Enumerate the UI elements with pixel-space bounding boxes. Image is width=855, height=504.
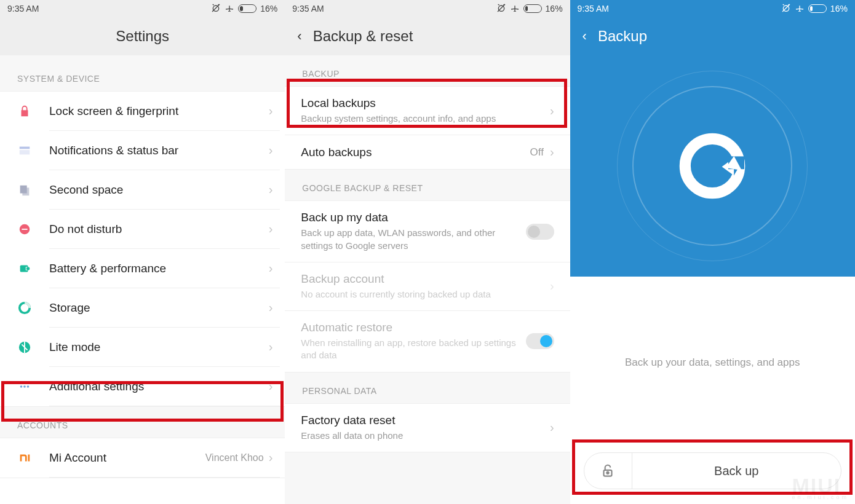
screen-backup-reset: 9:35 AM 16% ‹ Backup & reset BACKUP Loca… — [285, 0, 570, 504]
dnd-icon — [0, 222, 49, 236]
row-label: Lite mode — [49, 341, 269, 354]
second-space-icon — [0, 183, 49, 197]
screen-backup: 9:35 AM 16% ‹ Backup — [570, 0, 855, 504]
row-label: Battery & performance — [49, 262, 269, 275]
back-button[interactable]: ‹ — [583, 28, 587, 44]
alarm-off-icon — [211, 3, 221, 15]
notifications-icon — [0, 144, 49, 157]
row-subtitle: When reinstalling an app, restore backed… — [301, 337, 525, 362]
row-label: Notifications & status bar — [49, 144, 269, 157]
row-title: Auto backups — [301, 146, 530, 159]
settings-row-battery[interactable]: Battery & performance › — [0, 249, 285, 288]
chevron-right-icon: › — [269, 301, 273, 315]
empty-area — [285, 452, 570, 504]
chevron-right-icon: › — [269, 143, 273, 157]
settings-row-additional[interactable]: Additional settings › — [0, 367, 285, 407]
svg-rect-1 — [20, 147, 30, 149]
status-bar: 9:35 AM 16% — [570, 0, 855, 17]
page-title: Backup & reset — [313, 28, 413, 45]
status-time: 9:35 AM — [7, 4, 39, 14]
section-backup-header: BACKUP — [285, 55, 570, 87]
battery-pct: 16% — [830, 4, 848, 14]
battery-perf-icon — [0, 262, 49, 275]
settings-row-storage[interactable]: Storage › — [0, 288, 285, 328]
status-time: 9:35 AM — [292, 4, 324, 14]
battery-pct: 16% — [546, 4, 563, 14]
chevron-right-icon: › — [269, 379, 273, 393]
backup-hero — [570, 55, 855, 277]
airplane-icon — [795, 3, 805, 15]
toggle-automatic-restore[interactable] — [526, 333, 554, 349]
row-subtitle: Back up app data, WLAN passwords, and ot… — [301, 227, 525, 252]
title-bar: ‹ Backup & reset — [285, 17, 570, 55]
page-title: Settings — [116, 28, 169, 45]
chevron-right-icon: › — [269, 340, 273, 354]
lock-button[interactable] — [584, 453, 632, 489]
section-system-device: SYSTEM & DEVICE — [0, 60, 285, 92]
screen-settings: 9:35 AM 16% Settings SYSTEM & DEVICE — [0, 0, 285, 504]
row-title: Backup account — [301, 272, 550, 286]
settings-row-mi-account[interactable]: Mi Account Vincent Khoo › — [0, 438, 285, 478]
storage-icon — [0, 301, 49, 315]
battery-pct: 16% — [260, 4, 277, 14]
alarm-off-icon — [496, 3, 506, 15]
svg-point-12 — [20, 385, 23, 388]
section-google-header: GOOGLE BACKUP & RESET — [285, 170, 570, 201]
svg-point-13 — [23, 385, 26, 388]
svg-rect-6 — [22, 229, 27, 230]
chevron-right-icon: › — [269, 183, 273, 197]
row-label: Additional settings — [49, 380, 269, 393]
chevron-right-icon: › — [550, 145, 554, 159]
row-backup-account: Backup account No account is currently s… — [285, 262, 570, 311]
chevron-right-icon: › — [550, 104, 554, 118]
svg-point-9 — [26, 267, 30, 270]
status-bar: 9:35 AM 16% — [0, 0, 285, 17]
airplane-icon — [225, 3, 234, 15]
backup-circle-icon — [672, 126, 752, 206]
settings-row-do-not-disturb[interactable]: Do not disturb › — [0, 210, 285, 249]
row-factory-data-reset[interactable]: Factory data reset Erases all data on ph… — [285, 404, 570, 452]
row-subtitle: Erases all data on phone — [301, 430, 550, 442]
svg-point-20 — [606, 472, 608, 474]
watermark: MIUI en.miui.com — [792, 474, 849, 500]
row-automatic-restore: Automatic restore When reinstalling an a… — [285, 311, 570, 372]
row-title: Automatic restore — [301, 321, 525, 334]
row-title: Local backups — [301, 96, 550, 110]
backup-description: Back up your data, settings, and apps — [570, 277, 855, 369]
spacer — [0, 55, 285, 60]
status-bar: 9:35 AM 16% — [285, 0, 570, 17]
chevron-right-icon: › — [550, 420, 554, 435]
section-accounts: ACCOUNTS — [0, 407, 285, 438]
battery-icon — [238, 4, 256, 13]
lock-icon — [0, 104, 49, 118]
row-local-backups[interactable]: Local backups Backup system settings, ac… — [285, 87, 570, 135]
title-bar: Settings — [0, 17, 285, 55]
row-label: Lock screen & fingerprint — [49, 104, 269, 118]
airplane-icon — [510, 3, 520, 15]
settings-row-lock-screen[interactable]: Lock screen & fingerprint › — [0, 92, 285, 131]
alarm-off-icon — [781, 3, 791, 15]
settings-row-notifications[interactable]: Notifications & status bar › — [0, 131, 285, 170]
row-label: Do not disturb — [49, 222, 269, 236]
row-title: Back up my data — [301, 211, 525, 224]
battery-icon — [523, 4, 542, 13]
unlock-icon — [600, 463, 616, 479]
svg-rect-2 — [20, 150, 30, 154]
chevron-right-icon: › — [269, 104, 273, 118]
row-auto-backups[interactable]: Auto backups Off › — [285, 135, 570, 170]
title-bar: ‹ Backup — [570, 17, 855, 55]
row-label: Mi Account — [49, 451, 205, 465]
chevron-right-icon: › — [269, 222, 273, 236]
backup-button-label: Back up — [714, 464, 758, 478]
chevron-right-icon: › — [269, 451, 273, 465]
status-time: 9:35 AM — [578, 4, 609, 14]
settings-row-second-space[interactable]: Second space › — [0, 170, 285, 210]
settings-row-lite-mode[interactable]: Lite mode › — [0, 328, 285, 367]
more-icon — [0, 380, 49, 393]
row-label: Storage — [49, 301, 269, 315]
row-back-up-my-data[interactable]: Back up my data Back up app data, WLAN p… — [285, 201, 570, 262]
row-label: Second space — [49, 183, 269, 197]
chevron-right-icon: › — [550, 279, 554, 293]
toggle-back-up-my-data[interactable] — [526, 224, 554, 240]
back-button[interactable]: ‹ — [297, 28, 301, 44]
